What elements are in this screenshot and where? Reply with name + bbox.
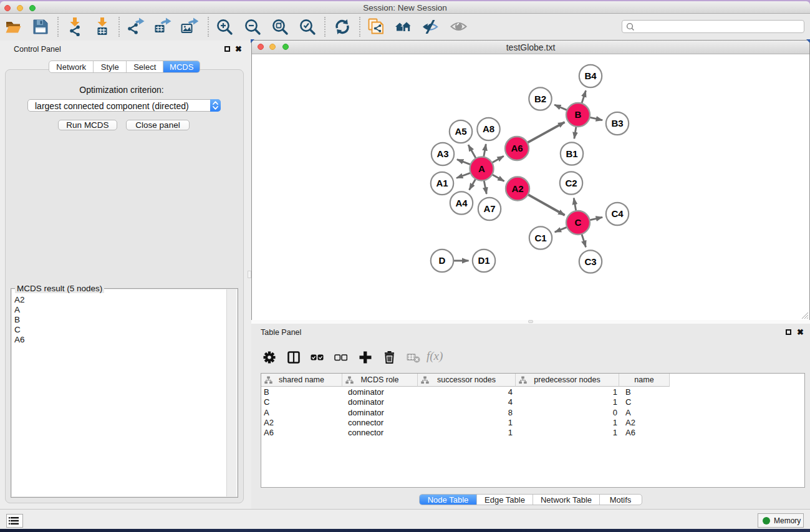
svg-text:C1: C1 [534, 233, 546, 243]
svg-text:C2: C2 [565, 178, 577, 188]
svg-text:B3: B3 [611, 118, 623, 128]
svg-text:A2: A2 [511, 183, 523, 194]
svg-text:D: D [439, 255, 446, 266]
svg-text:B: B [575, 109, 582, 120]
svg-text:C4: C4 [611, 208, 624, 219]
svg-text:A1: A1 [436, 178, 448, 188]
svg-text:B4: B4 [584, 70, 597, 81]
svg-text:A5: A5 [455, 126, 466, 137]
svg-text:A4: A4 [455, 198, 468, 208]
svg-text:A: A [478, 163, 485, 174]
svg-text:D1: D1 [478, 255, 489, 266]
svg-text:A8: A8 [483, 123, 494, 134]
svg-text:C: C [575, 217, 582, 228]
svg-text:A6: A6 [511, 143, 523, 153]
svg-text:B1: B1 [566, 148, 577, 159]
svg-text:A3: A3 [436, 148, 448, 159]
svg-text:B2: B2 [534, 94, 546, 104]
svg-text:C3: C3 [584, 256, 596, 267]
svg-text:A7: A7 [483, 203, 495, 214]
